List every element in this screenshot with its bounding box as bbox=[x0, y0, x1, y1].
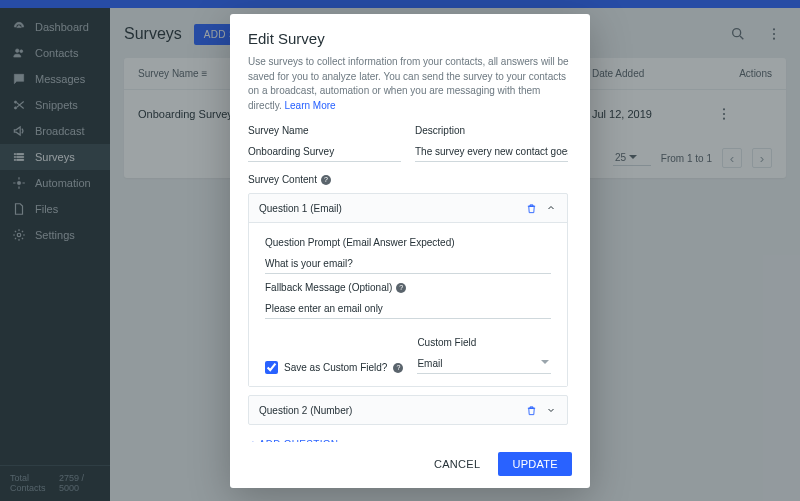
question-2-header[interactable]: Question 2 (Number) bbox=[249, 396, 567, 424]
delete-question-button[interactable] bbox=[526, 405, 537, 416]
checkbox-input[interactable] bbox=[265, 361, 278, 374]
dialog-title: Edit Survey bbox=[248, 30, 572, 47]
field-label: Fallback Message (Optional) ? bbox=[265, 282, 551, 293]
save-custom-field-checkbox[interactable]: Save as Custom Field?? bbox=[265, 361, 403, 374]
chevron-down-icon bbox=[541, 360, 549, 368]
help-icon[interactable]: ? bbox=[393, 363, 403, 373]
question-1-card: Question 1 (Email) Question Prompt (Emai… bbox=[248, 193, 568, 387]
update-button[interactable]: UPDATE bbox=[498, 452, 572, 476]
chevron-down-icon bbox=[545, 404, 557, 416]
survey-desc-input[interactable] bbox=[415, 142, 568, 162]
field-label: Survey Name bbox=[248, 125, 401, 136]
question-1-header[interactable]: Question 1 (Email) bbox=[249, 194, 567, 222]
survey-content-label: Survey Content? bbox=[248, 174, 568, 185]
collapse-button[interactable] bbox=[545, 202, 557, 214]
chevron-up-icon bbox=[545, 202, 557, 214]
dialog-description: Use surveys to collect information from … bbox=[248, 55, 572, 113]
question-prompt-input[interactable] bbox=[265, 254, 551, 274]
trash-icon bbox=[526, 405, 537, 416]
survey-name-input[interactable] bbox=[248, 142, 401, 162]
survey-desc-field: Description bbox=[415, 125, 568, 162]
field-label: Question Prompt (Email Answer Expected) bbox=[265, 237, 551, 248]
question-title: Question 1 (Email) bbox=[259, 203, 526, 214]
edit-survey-dialog: Edit Survey Use surveys to collect infor… bbox=[230, 14, 590, 488]
dialog-footer: CANCEL UPDATE bbox=[248, 442, 572, 476]
question-1-body: Question Prompt (Email Answer Expected) … bbox=[249, 222, 567, 386]
expand-button[interactable] bbox=[545, 404, 557, 416]
field-label: Custom Field bbox=[417, 337, 551, 348]
fallback-message-input[interactable] bbox=[265, 299, 551, 319]
question-2-card: Question 2 (Number) bbox=[248, 395, 568, 425]
field-label: Description bbox=[415, 125, 568, 136]
custom-field-select-wrap: Custom Field bbox=[417, 329, 551, 374]
custom-field-select[interactable] bbox=[417, 354, 551, 374]
survey-name-field: Survey Name bbox=[248, 125, 401, 162]
trash-icon bbox=[526, 203, 537, 214]
dialog-body[interactable]: Survey Name Description Survey Content? … bbox=[248, 125, 572, 442]
delete-question-button[interactable] bbox=[526, 203, 537, 214]
help-icon[interactable]: ? bbox=[321, 175, 331, 185]
add-question-button[interactable]: + ADD QUESTION bbox=[248, 433, 340, 442]
cancel-button[interactable]: CANCEL bbox=[426, 452, 488, 476]
question-title: Question 2 (Number) bbox=[259, 405, 526, 416]
help-icon[interactable]: ? bbox=[396, 283, 406, 293]
learn-more-link[interactable]: Learn More bbox=[285, 100, 336, 111]
